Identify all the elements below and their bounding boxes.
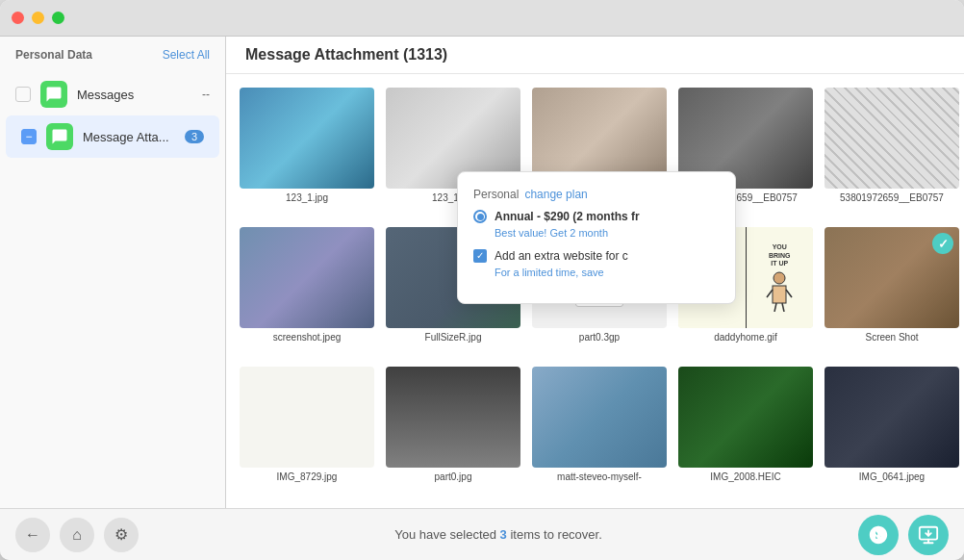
recover-to-computer-button[interactable] — [908, 515, 949, 555]
content-area: Message Attachment (1313) Personal chang… — [226, 37, 964, 508]
recover-to-device-button[interactable] — [858, 515, 899, 555]
list-item[interactable]: Screen Shot — [821, 223, 963, 359]
extra-option-text: Add an extra website for c For a limited… — [495, 248, 628, 278]
extra-label: Add an extra website for c — [495, 249, 628, 263]
messages-label: Messages — [77, 88, 192, 102]
sidebar-item-messages[interactable]: Messages -- — [0, 73, 225, 115]
message-attachments-badge: 3 — [185, 130, 204, 143]
extra-sublabel: For a limited time, save — [495, 267, 628, 278]
annual-label: Annual - $290 (2 months fr — [495, 210, 640, 223]
thumbnail — [824, 367, 959, 468]
extra-checkbox[interactable]: ✓ — [473, 249, 487, 263]
list-item[interactable]: 123_1.jpg — [236, 84, 378, 219]
filename: IMG_8729.jpg — [277, 471, 338, 482]
annual-sublabel: Best value! Get 2 month — [495, 227, 640, 239]
list-item[interactable]: 53801972659__EB0757 — [821, 84, 963, 219]
selected-indicator — [932, 233, 953, 254]
settings-button[interactable]: ⚙ — [104, 518, 139, 552]
change-plan-link[interactable]: change plan — [524, 188, 587, 201]
thumbnail — [678, 367, 813, 468]
list-item[interactable]: IMG_8729.jpg — [236, 363, 378, 498]
minimize-button[interactable] — [32, 12, 44, 24]
messages-checkbox[interactable] — [15, 87, 31, 102]
filename: 123_1.jpg — [286, 192, 328, 203]
footer: ← ⌂ ⚙ You have selected 3 items to recov… — [0, 508, 964, 560]
thumbnail — [824, 88, 959, 189]
list-item[interactable]: part0.jpg — [382, 363, 524, 498]
messages-icon — [40, 81, 67, 108]
back-button[interactable]: ← — [15, 518, 50, 552]
selected-count: 3 — [500, 527, 507, 542]
popup-overlay: Personal change plan Annual - $290 (2 mo… — [457, 171, 736, 304]
message-attachments-checkbox[interactable] — [21, 129, 37, 144]
status-prefix: You have selected — [394, 527, 499, 542]
filename: matt-steveo-myself- — [557, 471, 642, 482]
svg-point-6 — [774, 272, 785, 284]
maximize-button[interactable] — [52, 12, 64, 24]
filename: daddyhome.gif — [714, 332, 777, 343]
filename: 53801972659__EB0757 — [840, 192, 944, 203]
filename: part0.3gp — [579, 332, 620, 343]
home-button[interactable]: ⌂ — [60, 518, 94, 552]
annual-radio[interactable] — [473, 210, 487, 223]
filename: Screen Shot — [865, 332, 918, 343]
content-header: Message Attachment (1313) — [226, 37, 964, 74]
svg-line-11 — [782, 303, 784, 312]
thumbnail — [240, 88, 374, 189]
popup-option-annual[interactable]: Annual - $290 (2 months fr Best value! G… — [473, 209, 720, 239]
footer-actions — [858, 515, 949, 555]
filename: FullSizeR.jpg — [425, 332, 482, 343]
filename: IMG_0641.jpeg — [859, 471, 925, 482]
svg-line-10 — [774, 303, 776, 312]
list-item[interactable]: IMG_0641.jpeg — [821, 363, 963, 498]
thumbnail — [240, 367, 374, 468]
traffic-lights — [12, 12, 64, 24]
popup-label: Personal — [473, 188, 519, 201]
content-title: Message Attachment (1313) — [245, 46, 447, 63]
comic-text2: YOUBRINGIT UP — [769, 243, 791, 267]
filename: part0.jpg — [435, 471, 472, 482]
svg-line-9 — [786, 290, 792, 297]
sidebar-section-label: Personal Data — [15, 48, 92, 62]
footer-nav: ← ⌂ ⚙ — [15, 518, 139, 552]
annual-option-text: Annual - $290 (2 months fr Best value! G… — [495, 209, 640, 239]
thumbnail — [240, 227, 374, 328]
thumbnail — [532, 367, 667, 468]
message-attachments-label: Message Atta... — [83, 130, 175, 144]
svg-line-8 — [767, 290, 773, 297]
sidebar-item-message-attachments[interactable]: Message Atta... 3 — [6, 115, 219, 158]
status-suffix: items to recover. — [507, 527, 602, 542]
popup-option-extra[interactable]: ✓ Add an extra website for c For a limit… — [473, 248, 720, 278]
svg-rect-7 — [773, 286, 786, 303]
message-attachments-icon — [46, 123, 73, 150]
select-all-button[interactable]: Select All — [163, 48, 210, 62]
main-content: Personal Data Select All Messages -- Mes… — [0, 37, 964, 508]
close-button[interactable] — [12, 12, 24, 24]
footer-status: You have selected 3 items to recover. — [139, 527, 858, 542]
popup-header-row: Personal change plan — [473, 188, 720, 201]
thumbnail — [386, 367, 520, 468]
thumbnail — [824, 227, 959, 328]
sidebar: Personal Data Select All Messages -- Mes… — [0, 37, 226, 508]
filename: screenshot.jpeg — [273, 332, 342, 343]
list-item[interactable]: matt-steveo-myself- — [528, 363, 671, 498]
list-item[interactable]: screenshot.jpeg — [236, 223, 378, 359]
sidebar-header: Personal Data Select All — [0, 37, 225, 73]
filename: IMG_2008.HEIC — [710, 471, 780, 482]
titlebar — [0, 0, 964, 37]
app-window: Personal Data Select All Messages -- Mes… — [0, 0, 964, 560]
list-item[interactable]: IMG_2008.HEIC — [674, 363, 817, 498]
messages-badge: -- — [202, 88, 210, 101]
